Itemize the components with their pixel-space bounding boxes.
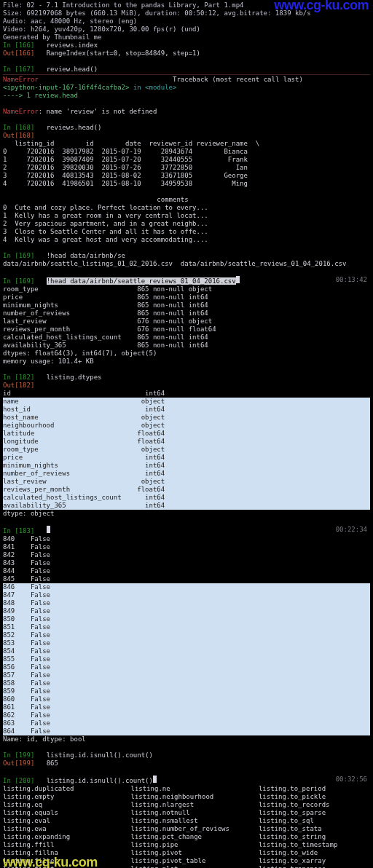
watermark-bottom: www.cg-ku.com bbox=[3, 859, 98, 867]
out-prompt: Out[199] 865 bbox=[3, 760, 370, 768]
autocomplete-item[interactable]: listing.to_pickle bbox=[259, 793, 337, 801]
out-prompt: Out[166] RangeIndex(start=0, stop=84849,… bbox=[3, 50, 370, 58]
dtype-row: price int64 bbox=[3, 454, 370, 462]
bool-row: 859 False bbox=[3, 687, 370, 695]
bool-row: 845 False bbox=[3, 575, 370, 583]
dtype-row: room_type object bbox=[3, 446, 370, 454]
bool-row: 844 False bbox=[3, 567, 370, 575]
autocomplete-item[interactable]: listing.nlargest bbox=[130, 801, 229, 809]
info-line: memory usage: 101.4+ KB bbox=[3, 358, 370, 366]
info-line: dtypes: float64(3), int64(7), object(5) bbox=[3, 350, 370, 358]
autocomplete-item[interactable]: listing.pivot_table bbox=[130, 857, 229, 865]
bool-row: 864 False bbox=[3, 727, 370, 735]
table-row: 2 7202016 39820030 2015-07-26 37722850 I… bbox=[3, 164, 370, 172]
in-prompt[interactable]: In [182] listing.dtypes bbox=[3, 374, 370, 382]
autocomplete-item[interactable]: listing.equals bbox=[3, 809, 101, 817]
file-info-line: Generated by Thumbnail me bbox=[3, 33, 370, 42]
autocomplete-item[interactable]: listing.to_string bbox=[259, 833, 337, 841]
autocomplete-item[interactable]: listing.nsmallest bbox=[130, 817, 229, 825]
autocomplete-item[interactable]: listing.eq bbox=[3, 801, 101, 809]
in-prompt[interactable]: In [199] listing.id.isnull().count() bbox=[3, 751, 370, 760]
autocomplete-item[interactable]: listing.eval bbox=[3, 817, 101, 825]
bool-row: 840 False bbox=[3, 535, 370, 543]
table-row: 0 Cute and cozy place. Perfect location … bbox=[3, 204, 370, 212]
autocomplete-item[interactable]: listing.ewa bbox=[3, 825, 101, 833]
out-prompt: Out[168] bbox=[3, 132, 370, 140]
dtype-row: number_of_reviews int64 bbox=[3, 470, 370, 478]
file-info-line: Video: h264, yuv420p, 1280x720, 30.00 fp… bbox=[3, 25, 370, 33]
info-line: calculated_host_listings_count 865 non-n… bbox=[3, 334, 370, 342]
autocomplete-item[interactable]: listing.ne bbox=[130, 785, 229, 793]
traceback-line: ----> 1 review.head bbox=[3, 92, 370, 100]
bool-row: 847 False bbox=[3, 591, 370, 599]
autocomplete-item[interactable]: listing.to_xarray bbox=[259, 857, 337, 865]
bool-row: 860 False bbox=[3, 695, 370, 703]
table-row: 4 Kelly was a great host and very accomm… bbox=[3, 236, 370, 244]
in-prompt[interactable]: In [169] !head data/airbnb/se bbox=[3, 252, 370, 260]
dtype-row: longitude float64 bbox=[3, 438, 370, 446]
in-prompt[interactable]: In [200] listing.id.isnull().count() bbox=[3, 776, 370, 785]
dtype-row: latitude float64 bbox=[3, 430, 370, 438]
dtype-row: neighbourhood object bbox=[3, 422, 370, 430]
bool-row: 841 False bbox=[3, 543, 370, 551]
autocomplete-item[interactable]: listing.to_sql bbox=[259, 817, 337, 825]
info-line: number_of_reviews 865 non-null int64 bbox=[3, 309, 370, 317]
dtype-row: host_id int64 bbox=[3, 406, 370, 414]
dtype-row: name object bbox=[3, 398, 370, 406]
in-prompt[interactable]: In [166] reviews.index bbox=[3, 42, 370, 50]
bool-row: 850 False bbox=[3, 615, 370, 623]
table-row: 1 Kelly has a great room in a very centr… bbox=[3, 212, 370, 220]
autocomplete-item[interactable]: listing.pivot bbox=[130, 849, 229, 857]
table-row: 1 7202016 39087409 2015-07-20 32440555 F… bbox=[3, 156, 370, 164]
autocomplete-item[interactable]: listing.to_stata bbox=[259, 825, 337, 833]
dtype-row: availability_365 int64 bbox=[3, 502, 370, 510]
bool-row: 857 False bbox=[3, 671, 370, 679]
autocomplete-item[interactable]: listing.to_timestamp bbox=[259, 841, 337, 849]
selection-block: 846 False 847 False 848 False 849 False … bbox=[3, 583, 370, 735]
autocomplete-item[interactable]: listing.neighbourhood bbox=[130, 793, 229, 801]
in-prompt[interactable]: In [183] bbox=[3, 526, 370, 535]
dtype-row: minimum_nights int64 bbox=[3, 462, 370, 470]
in-prompt[interactable]: In [167] review.head() bbox=[3, 66, 370, 74]
autocomplete-item[interactable]: listing.duplicated bbox=[3, 785, 101, 793]
info-line: room_type 865 non-null object bbox=[3, 285, 370, 293]
table-row: 4 7202016 41986501 2015-08-10 34959538 M… bbox=[3, 180, 370, 188]
bool-row: 862 False bbox=[3, 711, 370, 719]
bool-row: 856 False bbox=[3, 663, 370, 671]
table-row: 0 7202016 38917982 2015-07-19 28943674 B… bbox=[3, 148, 370, 156]
timestamp: 00:32:56 bbox=[336, 776, 367, 784]
autocomplete-item[interactable]: listing.empty bbox=[3, 793, 101, 801]
selection-block: name object host_id int64 host_name obje… bbox=[3, 398, 370, 510]
terminal-viewport: www.cg-ku.com File: 02 - 7.1 Introductio… bbox=[0, 0, 373, 868]
autocomplete-item[interactable]: listing.to_period bbox=[259, 785, 337, 793]
autocomplete-item[interactable]: listing.expanding bbox=[3, 833, 101, 841]
bool-row: 848 False bbox=[3, 599, 370, 607]
autocomplete-item[interactable]: listing.plot bbox=[130, 865, 229, 868]
autocomplete-item[interactable]: listing.ffill bbox=[3, 841, 101, 849]
autocomplete-item[interactable]: listing.transpose bbox=[259, 865, 337, 868]
bool-row: 861 False bbox=[3, 703, 370, 711]
autocomplete-item[interactable]: listing.to_wide bbox=[259, 849, 337, 857]
table-row: 3 7202016 40813543 2015-08-02 33671805 G… bbox=[3, 172, 370, 180]
bool-row: 852 False bbox=[3, 631, 370, 639]
bool-row: 843 False bbox=[3, 559, 370, 567]
dtype-row: id int64 bbox=[3, 390, 370, 398]
info-line: minimum_nights 865 non-null int64 bbox=[3, 301, 370, 309]
timestamp: 00:22:34 bbox=[336, 526, 367, 534]
autocomplete-item[interactable]: listing.number_of_reviews bbox=[130, 825, 229, 833]
autocomplete-item[interactable]: listing.notnull bbox=[130, 809, 229, 817]
in-prompt[interactable]: In [169] !head data/airbnb/seattle_revie… bbox=[3, 276, 370, 285]
in-prompt[interactable]: In [168] reviews.head() bbox=[3, 124, 370, 132]
traceback-line: NameError Traceback (most recent call la… bbox=[3, 76, 370, 84]
bool-row: 853 False bbox=[3, 639, 370, 647]
dtype-row: calculated_host_listings_count int64 bbox=[3, 494, 370, 502]
autocomplete-item[interactable]: listing.to_records bbox=[259, 801, 337, 809]
autocomplete-item[interactable]: listing.pipe bbox=[130, 841, 229, 849]
output-line: data/airbnb/seattle_listings_01_02_2016.… bbox=[3, 260, 370, 268]
bool-row: 855 False bbox=[3, 655, 370, 663]
info-line: availability_365 865 non-null int64 bbox=[3, 342, 370, 350]
autocomplete-item[interactable]: listing.pct_change bbox=[130, 833, 229, 841]
bool-row: 858 False bbox=[3, 679, 370, 687]
watermark-top: www.cg-ku.com bbox=[274, 1, 369, 9]
autocomplete-item[interactable]: listing.to_sparse bbox=[259, 809, 337, 817]
